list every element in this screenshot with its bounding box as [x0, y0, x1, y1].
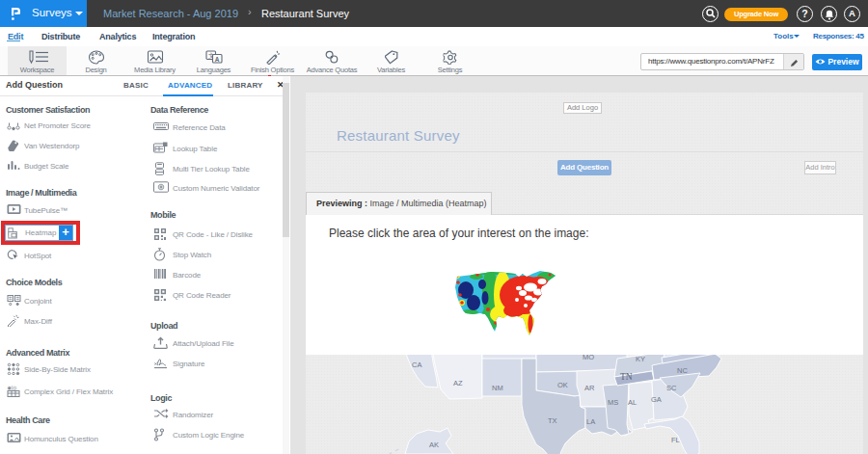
svg-text:KY: KY — [636, 355, 645, 363]
svg-text:CA: CA — [412, 361, 421, 369]
svg-text:NC: NC — [677, 366, 688, 375]
svg-text:AL: AL — [628, 398, 637, 407]
svg-text:LA: LA — [586, 417, 595, 426]
svg-text:OK: OK — [557, 381, 568, 389]
svg-text:AR: AR — [584, 384, 595, 392]
svg-text:A: A — [214, 56, 219, 63]
svg-text:FL: FL — [671, 436, 680, 444]
svg-text:TX: TX — [548, 416, 557, 425]
svg-text:MS: MS — [608, 398, 618, 407]
svg-text:SC: SC — [666, 384, 677, 392]
svg-text:NM: NM — [492, 384, 503, 392]
svg-text:GA: GA — [651, 395, 662, 404]
svg-text:AZ: AZ — [453, 379, 463, 387]
svg-text:AK: AK — [429, 441, 439, 449]
svg-text:TN: TN — [620, 372, 633, 382]
svg-text:◉|◎: ◉|◎ — [8, 385, 17, 390]
